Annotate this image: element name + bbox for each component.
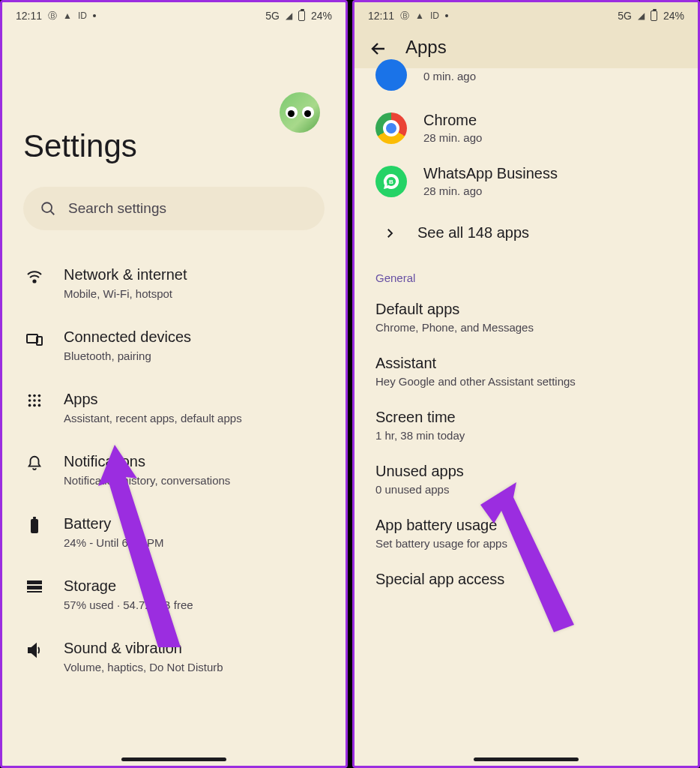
nav-pill[interactable] — [474, 758, 579, 761]
row-subtitle: Set battery usage for apps — [375, 537, 677, 550]
app-subtitle: 0 min. ago — [423, 70, 476, 82]
storage-icon — [23, 576, 46, 594]
general-special-app-access[interactable]: Special app access — [354, 560, 698, 598]
status-dot-icon — [93, 14, 96, 17]
page-title: Settings — [23, 128, 325, 164]
see-all-label: See all 148 apps — [417, 224, 529, 242]
search-placeholder: Search settings — [68, 200, 166, 217]
status-bar: 12:11 Ⓑ ▲ ID 5G ◢ 24% — [2, 2, 346, 29]
svg-point-7 — [38, 394, 41, 398]
status-icon-id: ID — [430, 10, 439, 21]
row-subtitle: Chrome, Phone, and Messages — [375, 321, 677, 334]
status-icon-id: ID — [78, 10, 87, 21]
battery-icon — [298, 10, 305, 21]
item-title: Apps — [64, 389, 242, 409]
status-network: 5G — [265, 10, 280, 22]
settings-item-apps[interactable]: Apps Assistant, recent apps, default app… — [2, 376, 346, 438]
item-subtitle: 57% used · 54.72 GB free — [64, 598, 193, 611]
status-bar: 12:11 Ⓑ ▲ ID 5G ◢ 24% — [354, 2, 698, 29]
settings-item-battery[interactable]: Battery 24% - Until 6:30 PM — [2, 500, 346, 562]
recent-app-whatsapp-business[interactable]: B WhatsApp Business 28 min. ago — [354, 154, 698, 208]
svg-point-11 — [28, 404, 31, 407]
general-assistant[interactable]: Assistant Hey Google and other Assistant… — [354, 344, 698, 398]
app-subtitle: 28 min. ago — [423, 184, 558, 197]
row-title: Special app access — [375, 571, 677, 588]
app-icon — [375, 59, 407, 91]
settings-item-sound[interactable]: Sound & vibration Volume, haptics, Do No… — [2, 625, 346, 687]
item-title: Battery — [64, 514, 163, 533]
search-settings[interactable]: Search settings — [23, 187, 325, 230]
item-title: Notifications — [64, 452, 230, 471]
wifi-icon — [23, 265, 46, 286]
status-battery: 24% — [663, 10, 684, 22]
svg-point-10 — [38, 399, 41, 402]
svg-point-13 — [38, 404, 41, 407]
svg-rect-16 — [27, 580, 42, 584]
svg-point-2 — [33, 280, 35, 282]
general-screen-time[interactable]: Screen time 1 hr, 38 min today — [354, 398, 698, 452]
svg-point-0 — [42, 202, 52, 212]
general-default-apps[interactable]: Default apps Chrome, Phone, and Messages — [354, 290, 698, 344]
settings-item-storage[interactable]: Storage 57% used · 54.72 GB free — [2, 562, 346, 625]
row-title: Assistant — [375, 355, 677, 372]
signal-icon: ◢ — [638, 10, 645, 21]
chevron-right-icon — [383, 226, 396, 240]
volume-icon — [23, 638, 46, 659]
settings-item-network[interactable]: Network & internet Mobile, Wi-Fi, hotspo… — [2, 251, 346, 314]
item-subtitle: 24% - Until 6:30 PM — [64, 536, 163, 549]
item-title: Connected devices — [64, 327, 191, 346]
svg-point-6 — [33, 394, 36, 398]
svg-rect-15 — [33, 517, 36, 519]
item-subtitle: Mobile, Wi-Fi, hotspot — [64, 287, 187, 300]
battery-icon — [23, 514, 46, 535]
svg-point-8 — [28, 399, 31, 402]
item-title: Sound & vibration — [64, 638, 223, 658]
appbar-title: Apps — [405, 37, 447, 58]
devices-icon — [23, 327, 46, 348]
general-app-battery-usage[interactable]: App battery usage Set battery usage for … — [354, 506, 698, 560]
status-network: 5G — [618, 10, 632, 22]
svg-rect-14 — [31, 519, 38, 533]
settings-item-notifications[interactable]: Notifications Notification history, conv… — [2, 438, 346, 500]
search-icon — [40, 200, 56, 217]
bell-icon — [23, 452, 46, 471]
item-title: Network & internet — [64, 265, 187, 284]
svg-point-9 — [33, 399, 36, 402]
signal-icon: ◢ — [286, 10, 292, 21]
status-icon-b: Ⓑ — [48, 10, 57, 22]
status-icon-b: Ⓑ — [400, 10, 409, 22]
apps-grid-icon — [23, 389, 46, 409]
svg-rect-17 — [27, 586, 42, 590]
status-battery: 24% — [311, 10, 332, 22]
svg-point-5 — [28, 394, 31, 398]
profile-avatar[interactable] — [280, 92, 320, 133]
svg-point-12 — [33, 404, 36, 407]
back-button[interactable] — [369, 40, 387, 58]
item-subtitle: Assistant, recent apps, default apps — [64, 412, 242, 424]
row-subtitle: 0 unused apps — [375, 483, 677, 496]
recent-app-chrome[interactable]: Chrome 28 min. ago — [354, 101, 698, 154]
item-title: Storage — [64, 576, 193, 596]
row-subtitle: 1 hr, 38 min today — [375, 429, 677, 442]
see-all-apps[interactable]: See all 148 apps — [354, 208, 698, 258]
recent-app-row[interactable]: 0 min. ago — [354, 59, 698, 101]
row-subtitle: Hey Google and other Assistant settings — [375, 375, 677, 388]
section-header-general: General — [354, 258, 698, 290]
svg-rect-3 — [27, 334, 37, 343]
app-name: Chrome — [423, 112, 482, 129]
apps-screen: 12:11 Ⓑ ▲ ID 5G ◢ 24% Apps — [352, 0, 700, 768]
item-subtitle: Volume, haptics, Do Not Disturb — [64, 661, 223, 674]
status-time: 12:11 — [16, 10, 42, 22]
settings-item-connected-devices[interactable]: Connected devices Bluetooth, pairing — [2, 314, 346, 376]
settings-screen: 12:11 Ⓑ ▲ ID 5G ◢ 24% Settings Search se… — [0, 0, 348, 768]
row-title: Default apps — [375, 301, 677, 318]
general-unused-apps[interactable]: Unused apps 0 unused apps — [354, 452, 698, 506]
item-subtitle: Bluetooth, pairing — [64, 350, 191, 362]
status-time: 12:11 — [368, 10, 394, 22]
nav-pill[interactable] — [121, 758, 226, 761]
app-name: WhatsApp Business — [423, 165, 558, 182]
item-subtitle: Notification history, conversations — [64, 474, 230, 487]
svg-line-1 — [51, 212, 55, 215]
row-title: App battery usage — [375, 517, 677, 534]
row-title: Unused apps — [375, 463, 677, 480]
